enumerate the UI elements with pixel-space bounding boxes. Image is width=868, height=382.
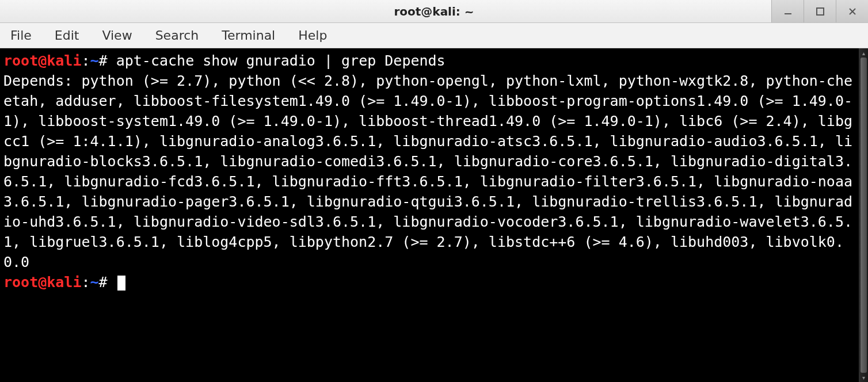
prompt-path-2: ~ <box>90 274 99 291</box>
cursor <box>117 276 125 291</box>
scroll-down-icon[interactable]: ▾ <box>859 373 868 382</box>
prompt-hash: # <box>99 52 108 69</box>
command-text: apt-cache show gnuradio | grep Depends <box>116 52 446 69</box>
terminal-wrap: root@kali:~# apt-cache show gnuradio | g… <box>0 48 868 382</box>
command-output: Depends: python (>= 2.7), python (<< 2.8… <box>3 71 855 272</box>
maximize-icon <box>815 6 825 17</box>
menu-view[interactable]: View <box>98 26 135 45</box>
window-title: root@kali: ~ <box>0 5 868 18</box>
menu-search[interactable]: Search <box>152 26 203 45</box>
prompt-hash-2: # <box>99 274 108 291</box>
scroll-up-icon[interactable]: ▴ <box>859 48 868 58</box>
minimize-icon <box>783 6 793 17</box>
prompt-colon: : <box>81 52 90 69</box>
menu-terminal[interactable]: Terminal <box>218 26 279 45</box>
menubar: File Edit View Search Terminal Help <box>0 23 868 48</box>
scrollbar-thumb[interactable] <box>861 58 867 373</box>
window-controls <box>771 0 868 22</box>
prompt-user: root@kali <box>3 52 81 69</box>
terminal[interactable]: root@kali:~# apt-cache show gnuradio | g… <box>0 48 859 382</box>
menu-help[interactable]: Help <box>295 26 330 45</box>
menu-file[interactable]: File <box>7 26 35 45</box>
close-icon <box>847 6 858 17</box>
prompt-user-2: root@kali <box>3 274 81 291</box>
scrollbar[interactable]: ▴ ▾ <box>859 48 868 382</box>
titlebar: root@kali: ~ <box>0 0 868 23</box>
maximize-button[interactable] <box>804 0 836 22</box>
prompt-colon-2: : <box>81 274 90 291</box>
prompt-path: ~ <box>90 52 99 69</box>
menu-edit[interactable]: Edit <box>51 26 83 45</box>
svg-rect-1 <box>817 8 824 15</box>
minimize-button[interactable] <box>771 0 804 22</box>
close-button[interactable] <box>836 0 868 22</box>
